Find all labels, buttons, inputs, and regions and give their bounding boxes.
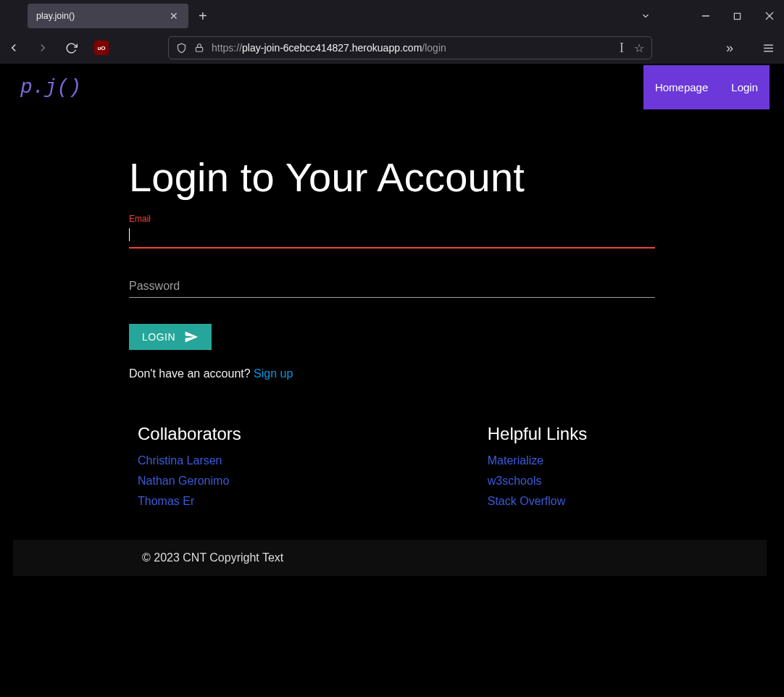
browser-tab[interactable]: play.join() ✕ xyxy=(28,4,188,28)
email-field[interactable] xyxy=(129,224,655,248)
back-button[interactable] xyxy=(7,41,28,54)
copyright-bar: © 2023 CNT Copyright Text xyxy=(13,540,767,576)
close-window-icon[interactable] xyxy=(765,12,777,20)
reload-button[interactable] xyxy=(65,42,86,54)
nav-homepage[interactable]: Homepage xyxy=(643,65,720,109)
new-tab-button[interactable]: + xyxy=(199,8,207,25)
send-icon xyxy=(184,330,199,344)
signup-prompt-text: Don't have an account? xyxy=(129,367,254,380)
collaborator-link[interactable]: Christina Larsen xyxy=(138,454,241,467)
login-button[interactable]: LOGIN xyxy=(129,324,212,350)
forward-button[interactable] xyxy=(36,41,57,54)
address-bar[interactable]: https://play-join-6cebcc414827.herokuapp… xyxy=(168,36,652,59)
site-logo[interactable]: p.j() xyxy=(20,76,81,99)
hamburger-menu-icon[interactable] xyxy=(762,42,777,54)
footer-columns: Collaborators Christina Larsen Nathan Ge… xyxy=(129,424,784,515)
maximize-icon[interactable] xyxy=(733,12,745,20)
lock-icon[interactable] xyxy=(194,43,204,53)
password-field[interactable] xyxy=(129,274,655,298)
copyright-text: © 2023 CNT Copyright Text xyxy=(142,551,283,564)
helpful-link[interactable]: w3schools xyxy=(488,475,587,488)
window-controls xyxy=(641,11,784,21)
ublock-icon[interactable]: uO xyxy=(94,41,109,55)
page-body: p.j() Homepage Login Login to Your Accou… xyxy=(0,64,784,697)
password-row: Password xyxy=(129,274,655,298)
tab-strip: play.join() ✕ + xyxy=(0,4,641,28)
login-form: Email Password LOGIN Don't have an accou… xyxy=(129,214,655,380)
helpful-links-column: Helpful Links Materialize w3schools Stac… xyxy=(488,424,587,515)
shield-icon[interactable] xyxy=(176,43,187,54)
page-title: Login to Your Account xyxy=(129,154,784,201)
bookmark-icon[interactable]: ☆ xyxy=(634,41,644,55)
signup-prompt: Don't have an account? Sign up xyxy=(129,367,655,380)
site-header: p.j() Homepage Login xyxy=(0,64,784,110)
email-label: Email xyxy=(129,214,655,224)
svg-rect-1 xyxy=(734,13,740,19)
collaborator-link[interactable]: Thomas Er xyxy=(138,495,241,508)
svg-rect-4 xyxy=(196,47,202,51)
minimize-icon[interactable] xyxy=(701,12,713,20)
collaborators-heading: Collaborators xyxy=(138,424,241,444)
email-row: Email xyxy=(129,214,655,248)
nav-wrap: Homepage Login xyxy=(643,65,770,109)
helpful-link[interactable]: Stack Overflow xyxy=(488,495,587,508)
collaborator-link[interactable]: Nathan Geronimo xyxy=(138,475,241,488)
main-content: Login to Your Account Email Password LOG… xyxy=(0,110,784,515)
window-titlebar: play.join() ✕ + xyxy=(0,0,784,32)
input-caret xyxy=(129,228,130,241)
close-tab-icon[interactable]: ✕ xyxy=(167,9,181,23)
nav-login[interactable]: Login xyxy=(720,65,770,109)
login-button-label: LOGIN xyxy=(142,331,175,343)
tab-title: play.join() xyxy=(36,11,75,21)
helpful-links-heading: Helpful Links xyxy=(488,424,587,444)
overflow-icon[interactable]: » xyxy=(726,41,741,56)
signup-link[interactable]: Sign up xyxy=(254,367,293,380)
text-cursor-icon: I xyxy=(620,41,624,56)
helpful-link[interactable]: Materialize xyxy=(488,454,587,467)
url-text: https://play-join-6cebcc414827.herokuapp… xyxy=(212,42,612,54)
nav-right: Homepage Login xyxy=(643,65,770,109)
chevron-down-icon[interactable] xyxy=(641,11,652,21)
browser-chrome: play.join() ✕ + xyxy=(0,0,784,64)
address-bar-row: uO https://play-join-6cebcc414827.heroku… xyxy=(0,32,784,64)
collaborators-column: Collaborators Christina Larsen Nathan Ge… xyxy=(138,424,241,515)
